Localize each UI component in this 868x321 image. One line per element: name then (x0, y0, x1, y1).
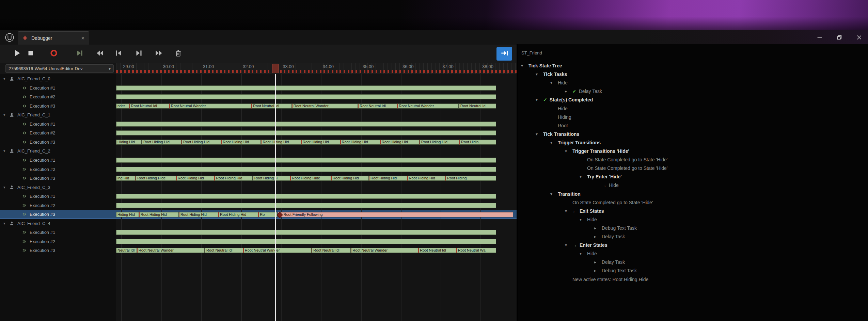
timeline-state-segment[interactable]: Root Neutral Wander (397, 103, 459, 109)
timeline-state-segment[interactable]: ing Hid (116, 176, 136, 181)
timeline-state-segment[interactable]: Root Hiding Hid (407, 176, 446, 181)
timeline-state-segment[interactable]: Root Hiding Hid (420, 140, 459, 145)
session-dropdown[interactable]: 2759693516-Win64-UnrealEditor-Dev ▾ (5, 64, 114, 73)
instance-row[interactable]: ▾AIC_Friend_C_0 (0, 74, 116, 83)
timeline-state-segment[interactable]: Root Hiding Hide (136, 176, 176, 181)
timeline-row[interactable] (116, 119, 517, 129)
timeline-state-segment[interactable]: Root Neutral Wander (292, 103, 358, 109)
expander-icon[interactable]: ▾ (565, 149, 572, 154)
timeline-state-segment[interactable]: Root Neutral Idl (205, 248, 243, 253)
timeline-row[interactable] (116, 201, 517, 210)
timeline-state-segment[interactable] (116, 122, 496, 127)
timeline-row[interactable]: Hiding HidRoot Hiding HidRoot Hiding Hid… (116, 138, 517, 147)
tab-debugger[interactable]: Debugger ✕ (18, 31, 89, 45)
timeline-row[interactable] (116, 228, 517, 237)
expander-icon[interactable]: ▸ (594, 260, 602, 264)
close-button[interactable] (855, 33, 863, 42)
timeline-state-segment[interactable]: Root Hidin (459, 140, 496, 145)
event-tree-row[interactable]: On State Completed go to State 'Hide' (518, 164, 667, 172)
expander-icon[interactable]: ▾ (521, 63, 528, 68)
go-to-latest-button[interactable] (496, 47, 512, 61)
timeline-row[interactable] (116, 192, 517, 201)
expander-icon[interactable]: ▸ (594, 234, 602, 239)
event-tree-row[interactable]: Root (518, 121, 568, 130)
event-tree-row[interactable]: On State Completed go to State 'Hide' (518, 155, 667, 164)
timeline-state-segment[interactable]: Root Hiding (445, 176, 496, 181)
execution-row[interactable]: Execution #3 (0, 246, 116, 255)
event-tree-row[interactable]: Hiding (518, 113, 571, 121)
expander-icon[interactable]: ▾ (3, 113, 9, 117)
playhead-handle[interactable] (272, 64, 279, 73)
event-tree-row[interactable]: ▾Hide (518, 215, 597, 224)
timeline-state-segment[interactable]: Root Neutral Idl (358, 103, 397, 109)
timeline-row[interactable] (116, 219, 517, 228)
timeline-state-segment[interactable]: Root Hiding Hid (176, 176, 215, 181)
event-tree-row[interactable]: ▾Tick Transitions (518, 130, 579, 138)
step-forward-frame-button[interactable] (133, 47, 145, 61)
event-tree-row[interactable]: ▾Transition (518, 190, 581, 198)
timeline-state-segment[interactable]: Root Hiding Hid (214, 176, 253, 181)
resume-button[interactable] (74, 47, 85, 61)
expander-icon[interactable]: ▾ (536, 132, 543, 137)
event-tree-row[interactable]: ▾Try Enter 'Hide' (518, 172, 622, 181)
timeline-state-segment[interactable]: Root Neutral Idl (129, 103, 169, 109)
timeline-state-segment[interactable] (116, 203, 496, 208)
expander-icon[interactable]: ▾ (580, 217, 587, 222)
event-tree-row[interactable]: →Hide (518, 181, 619, 189)
timeline-state-segment[interactable]: Root Neutral Wander (137, 248, 205, 253)
instance-row[interactable]: ▾AIC_Friend_C_1 (0, 110, 116, 119)
timeline-state-segment[interactable]: Root Hiding Hide (290, 176, 331, 181)
event-tree-row[interactable]: ▾✓State(s) Completed (518, 95, 593, 104)
timeline-row[interactable] (116, 183, 517, 192)
timeline-state-segment[interactable] (116, 167, 496, 172)
execution-row[interactable]: Execution #2 (0, 92, 116, 101)
playhead-line[interactable] (275, 74, 276, 321)
timeline-state-segment[interactable] (116, 94, 496, 99)
event-tree-row[interactable]: ▾Hide (518, 78, 568, 87)
minimize-button[interactable] (816, 33, 824, 42)
expander-icon[interactable]: ▾ (550, 192, 558, 196)
timeline-row[interactable] (116, 83, 517, 93)
expander-icon[interactable]: ▾ (580, 251, 587, 256)
timeline-row[interactable] (116, 237, 517, 246)
timeline-state-segment[interactable] (116, 194, 496, 199)
event-tree-row[interactable]: ▾Trigger Transitions (518, 138, 601, 147)
instance-row[interactable]: ▾AIC_Friend_C_3 (0, 183, 116, 192)
event-tree-row[interactable]: ▾Tick Tasks (518, 70, 567, 78)
execution-row[interactable]: Execution #3 (0, 174, 116, 183)
timeline-state-segment[interactable]: Root Neutral Idl (418, 248, 456, 253)
execution-row[interactable]: Execution #2 (0, 128, 116, 138)
execution-row[interactable]: Execution #1 (0, 192, 116, 201)
timeline-state-segment[interactable] (116, 158, 496, 163)
expander-icon[interactable]: ▾ (3, 221, 9, 226)
timeline-state-segment[interactable]: Hiding Hid (116, 140, 142, 145)
event-tree-row[interactable]: ▾←Exit States (518, 207, 604, 215)
timeline-row[interactable] (116, 146, 517, 156)
execution-row[interactable]: Execution #2 (0, 237, 116, 246)
timeline-state-segment[interactable]: Root Hiding Hid (142, 140, 182, 145)
stop-button[interactable] (25, 47, 36, 61)
record-button[interactable] (48, 47, 60, 61)
execution-row[interactable]: Execution #2 (0, 201, 116, 210)
timeline-state-segment[interactable]: nder (116, 103, 129, 109)
expander-icon[interactable]: ▾ (565, 209, 572, 213)
timeline-row[interactable] (116, 128, 517, 138)
timeline-state-segment[interactable]: Root Hiding Hid (380, 140, 420, 145)
timeline-state-segment[interactable]: Root Neutral Wa (456, 248, 496, 253)
timeline-state-segment[interactable]: Root Neutral Wander (243, 248, 312, 253)
step-forward-state-button[interactable] (153, 47, 165, 61)
event-tree-row[interactable]: ▸Delay Task (518, 258, 625, 266)
expander-icon[interactable]: ▾ (536, 72, 543, 77)
instance-row[interactable]: ▾AIC_Friend_C_2 (0, 146, 116, 156)
event-tree-row[interactable]: ▸Debug Text Task (518, 224, 637, 232)
restore-button[interactable] (835, 33, 843, 42)
event-tree-row[interactable]: On State Completed go to State 'Hide' (518, 198, 653, 207)
timeline-state-segment[interactable]: Neutral Idl (116, 248, 137, 253)
execution-row[interactable]: Execution #3 (0, 138, 116, 147)
timeline-state-segment[interactable]: Ro (258, 212, 277, 217)
execution-row[interactable]: Execution #1 (0, 228, 116, 237)
timeline-state-segment[interactable]: Root Hiding Hid (179, 212, 218, 217)
step-back-state-button[interactable] (94, 47, 106, 61)
event-tree-row[interactable]: ▸Debug Text Task (518, 266, 637, 275)
timeline-state-segment[interactable]: Root Hiding Hid (369, 176, 407, 181)
